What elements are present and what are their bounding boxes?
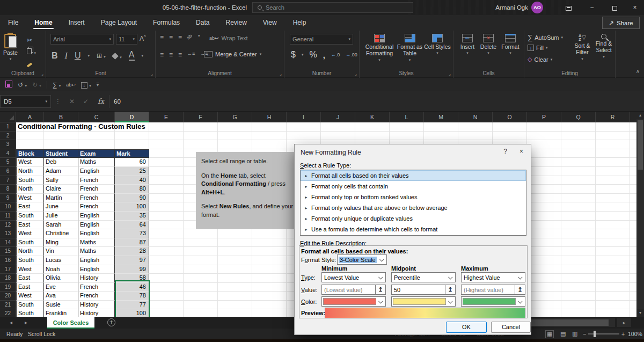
customize-qat-icon[interactable]: ▾̅ bbox=[97, 82, 99, 88]
cell-G21[interactable] bbox=[218, 301, 252, 310]
cell-C2[interactable] bbox=[78, 132, 115, 141]
cell-E1[interactable] bbox=[149, 122, 184, 132]
cell-P12[interactable] bbox=[527, 221, 561, 230]
cell-B6[interactable]: Adam bbox=[44, 167, 78, 176]
cell-R6[interactable] bbox=[596, 167, 630, 176]
cell-F3[interactable] bbox=[184, 140, 218, 149]
cell-R16[interactable] bbox=[596, 256, 630, 265]
align-bottom-icon[interactable]: ≡ bbox=[178, 34, 182, 41]
cell-E7[interactable] bbox=[149, 176, 184, 185]
column-header-P[interactable]: P bbox=[527, 112, 561, 122]
cell-P19[interactable] bbox=[527, 283, 561, 292]
cell-C10[interactable]: French bbox=[78, 202, 115, 212]
row-header-16[interactable]: 16 bbox=[0, 256, 16, 265]
cell-A6[interactable]: North bbox=[16, 167, 44, 176]
normal-view-icon[interactable]: ▦ bbox=[545, 330, 554, 338]
cell-P21[interactable] bbox=[527, 301, 561, 310]
cell-P6[interactable] bbox=[527, 167, 561, 176]
rule-type-item[interactable]: ►Format only unique or duplicate values bbox=[301, 213, 526, 224]
italic-button[interactable]: I bbox=[65, 51, 68, 61]
cell-C5[interactable]: Maths bbox=[78, 158, 115, 167]
align-middle-icon[interactable]: ≡ bbox=[169, 34, 173, 41]
cell-C16[interactable]: English bbox=[78, 256, 115, 265]
underline-button[interactable]: U bbox=[75, 51, 81, 61]
cell-G18[interactable] bbox=[218, 274, 252, 283]
cell-A12[interactable]: East bbox=[16, 221, 44, 230]
qat-wrap-button[interactable]: ab↩ bbox=[66, 82, 76, 88]
min-value-field[interactable]: (Lowest value)↥ bbox=[321, 285, 386, 295]
cell-D2[interactable] bbox=[115, 132, 149, 141]
cell-M2[interactable] bbox=[424, 132, 458, 141]
cell-Q19[interactable] bbox=[561, 283, 596, 292]
cell-D17[interactable]: 99 bbox=[115, 265, 149, 274]
cell-C20[interactable]: French bbox=[78, 292, 115, 301]
cell-P22[interactable] bbox=[527, 309, 561, 317]
cell-A5[interactable]: West bbox=[16, 158, 44, 167]
cell-Q9[interactable] bbox=[561, 194, 596, 203]
row-header-11[interactable]: 11 bbox=[0, 212, 16, 221]
name-box[interactable]: D5▾ bbox=[0, 95, 51, 108]
cell-Q14[interactable] bbox=[561, 238, 596, 248]
rule-type-item[interactable]: ►Format only top or bottom ranked values bbox=[301, 192, 526, 202]
cell-C9[interactable]: French bbox=[78, 194, 115, 203]
mid-color-dropdown[interactable] bbox=[391, 296, 456, 307]
cancel-button[interactable]: Cancel bbox=[491, 322, 531, 333]
cell-R13[interactable] bbox=[596, 229, 630, 238]
scroll-right-icon[interactable]: ▸ bbox=[617, 318, 631, 327]
cell-R4[interactable] bbox=[630, 149, 636, 158]
cell-P20[interactable] bbox=[527, 292, 561, 301]
prev-sheet-icon[interactable]: ◂ bbox=[10, 317, 12, 329]
column-header-F[interactable]: F bbox=[184, 112, 218, 122]
horizontal-scrollbar[interactable] bbox=[530, 318, 615, 327]
cell-O1[interactable] bbox=[493, 122, 527, 132]
row-header-10[interactable]: 10 bbox=[0, 202, 16, 212]
column-header-G[interactable]: G bbox=[218, 112, 252, 122]
cell-F16[interactable] bbox=[184, 256, 218, 265]
cell-Q6[interactable] bbox=[561, 167, 596, 176]
decrease-decimal-icon[interactable]: →.00 bbox=[346, 52, 357, 57]
cell-C7[interactable]: French bbox=[78, 176, 115, 185]
sheet-tab-color-scales[interactable]: Color Scales bbox=[47, 317, 94, 329]
cell-G13[interactable] bbox=[218, 229, 252, 238]
column-header-B[interactable]: B bbox=[44, 112, 78, 122]
cell-C3[interactable] bbox=[78, 140, 115, 149]
row-header-9[interactable]: 9 bbox=[0, 194, 16, 203]
cell-F21[interactable] bbox=[184, 301, 218, 310]
cell-B18[interactable]: Olivia bbox=[44, 274, 78, 283]
cell-P5[interactable] bbox=[527, 158, 561, 167]
cell-C22[interactable]: History bbox=[78, 309, 115, 317]
cell-A22[interactable]: South bbox=[16, 309, 44, 317]
cell-R16[interactable] bbox=[630, 256, 636, 265]
cell-P15[interactable] bbox=[527, 247, 561, 256]
cell-F15[interactable] bbox=[184, 247, 218, 256]
comma-button[interactable]: , bbox=[323, 50, 325, 60]
cell-C6[interactable]: English bbox=[78, 167, 115, 176]
cell-F19[interactable] bbox=[184, 283, 218, 292]
conditional-formatting-button[interactable]: Conditional Formatting▾ bbox=[364, 34, 395, 62]
cell-A20[interactable]: West bbox=[16, 292, 44, 301]
ok-button[interactable]: OK bbox=[446, 322, 487, 333]
cell-D5[interactable]: 60 bbox=[115, 158, 149, 167]
formula-input[interactable]: 60 bbox=[109, 95, 644, 108]
cell-R17[interactable] bbox=[596, 265, 630, 274]
undo-button[interactable]: ↺ ▾ bbox=[18, 81, 27, 89]
column-header-M[interactable]: M bbox=[424, 112, 458, 122]
collapse-ribbon-icon[interactable]: ∧ bbox=[636, 68, 640, 74]
cell-L2[interactable] bbox=[390, 132, 424, 141]
cell-P17[interactable] bbox=[527, 265, 561, 274]
cell-D12[interactable]: 64 bbox=[115, 221, 149, 230]
cell-Q10[interactable] bbox=[561, 202, 596, 212]
cell-R22[interactable] bbox=[596, 309, 630, 317]
cell-D20[interactable]: 78 bbox=[115, 292, 149, 301]
cell-N1[interactable] bbox=[458, 122, 493, 132]
cell-R15[interactable] bbox=[630, 247, 636, 256]
tab-view[interactable]: View bbox=[255, 15, 285, 31]
rule-type-item[interactable]: ►Format all cells based on their values bbox=[301, 170, 526, 181]
cell-G22[interactable] bbox=[218, 309, 252, 317]
cell-G1[interactable] bbox=[218, 122, 252, 132]
cell-D6[interactable]: 25 bbox=[115, 167, 149, 176]
cell-A8[interactable]: North bbox=[16, 185, 44, 194]
row-header-15[interactable]: 15 bbox=[0, 247, 16, 256]
column-header-Q[interactable]: Q bbox=[561, 112, 596, 122]
font-dialog-launcher[interactable]: ⌟ bbox=[151, 71, 153, 76]
